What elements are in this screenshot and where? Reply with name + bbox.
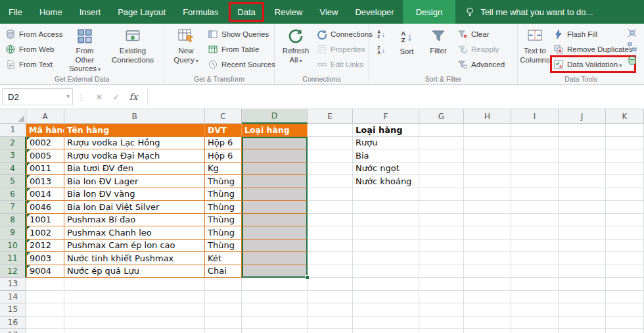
- row-header-14[interactable]: 14: [0, 291, 26, 304]
- cell-F11[interactable]: [353, 252, 419, 265]
- cell-A4[interactable]: 0011: [26, 163, 64, 176]
- cell-K10[interactable]: [606, 240, 644, 253]
- cell-E6[interactable]: [308, 188, 353, 201]
- cell-G8[interactable]: [419, 214, 464, 227]
- cell-H11[interactable]: [464, 252, 511, 265]
- cell-B7[interactable]: Bia lon Đại Việt Silver: [64, 201, 205, 214]
- cell-F2[interactable]: Rượu: [353, 137, 419, 150]
- row-header-16[interactable]: 16: [0, 317, 26, 330]
- cell-D8[interactable]: [242, 214, 308, 227]
- cell-E8[interactable]: [308, 214, 353, 227]
- cell-F9[interactable]: [353, 226, 419, 240]
- cell-K11[interactable]: [606, 252, 644, 265]
- cell-I5[interactable]: [511, 175, 559, 188]
- filter-button[interactable]: Filter: [425, 26, 452, 56]
- column-header-A[interactable]: A: [26, 109, 64, 124]
- cell-H17[interactable]: [464, 329, 511, 333]
- cell-C4[interactable]: Kg: [205, 163, 242, 176]
- row-header-8[interactable]: 8: [0, 214, 26, 227]
- cell-B1[interactable]: Tên hàng: [64, 124, 205, 137]
- from-table-button[interactable]: From Table: [206, 42, 277, 56]
- recent-sources-button[interactable]: Recent Sources: [206, 57, 277, 71]
- cell-B3[interactable]: Rượu vodka Đại Mạch: [64, 149, 205, 163]
- cell-D14[interactable]: [242, 291, 308, 304]
- cell-C14[interactable]: [205, 291, 242, 304]
- cell-C7[interactable]: Thùng: [205, 201, 242, 214]
- tab-formulas[interactable]: Formulas: [174, 0, 227, 24]
- row-header-6[interactable]: 6: [0, 188, 26, 201]
- cell-H1[interactable]: [464, 124, 511, 137]
- cell-J4[interactable]: [559, 163, 606, 176]
- cell-F5[interactable]: Nước khoáng: [353, 175, 419, 188]
- cell-E1[interactable]: [308, 124, 353, 137]
- cell-K16[interactable]: [606, 317, 644, 330]
- enter-button[interactable]: ✓: [108, 88, 125, 105]
- tab-design[interactable]: Design: [403, 0, 455, 24]
- cell-A2[interactable]: 0002: [26, 137, 64, 150]
- cell-J12[interactable]: [559, 265, 606, 278]
- data-validation-button[interactable]: Data Validation: [552, 57, 623, 71]
- clear-filter-button[interactable]: Clear: [456, 27, 506, 41]
- row-header-12[interactable]: 12: [0, 265, 26, 278]
- sort-button[interactable]: AZ↓ Sort: [393, 26, 421, 57]
- cell-F6[interactable]: [353, 188, 419, 201]
- cell-G16[interactable]: [419, 317, 464, 330]
- cell-C9[interactable]: Thùng: [205, 226, 242, 240]
- cell-D11[interactable]: [242, 252, 308, 265]
- existing-connections-button[interactable]: Existing Connections: [110, 26, 155, 64]
- cell-F12[interactable]: [353, 265, 419, 278]
- column-header-B[interactable]: B: [64, 109, 205, 124]
- cell-D2[interactable]: [242, 137, 308, 150]
- cell-A16[interactable]: [26, 317, 64, 330]
- cell-A12[interactable]: 9004: [26, 265, 64, 278]
- cell-J15[interactable]: [559, 303, 606, 317]
- cell-E2[interactable]: [308, 137, 353, 150]
- cell-D7[interactable]: [242, 201, 308, 214]
- cell-F17[interactable]: [353, 329, 419, 333]
- new-query-button[interactable]: New Query: [170, 26, 202, 64]
- cell-D6[interactable]: [242, 188, 308, 201]
- cell-I12[interactable]: [511, 265, 559, 278]
- fill-handle[interactable]: [305, 275, 310, 280]
- cell-C8[interactable]: Thùng: [205, 214, 242, 227]
- cell-E10[interactable]: [308, 240, 353, 253]
- cell-A11[interactable]: 9003: [26, 252, 64, 265]
- cell-H4[interactable]: [464, 163, 511, 176]
- cell-D10[interactable]: [242, 240, 308, 253]
- cell-C11[interactable]: Két: [205, 252, 242, 265]
- cell-H7[interactable]: [464, 201, 511, 214]
- cell-G5[interactable]: [419, 175, 464, 188]
- column-header-F[interactable]: F: [353, 109, 419, 124]
- column-header-J[interactable]: J: [559, 109, 606, 124]
- from-access-button[interactable]: From Access: [4, 27, 64, 41]
- tab-file[interactable]: File: [0, 0, 31, 24]
- cell-C16[interactable]: [205, 317, 242, 330]
- advanced-filter-button[interactable]: Advanced: [456, 57, 506, 71]
- cell-G7[interactable]: [419, 201, 464, 214]
- cell-J5[interactable]: [559, 175, 606, 188]
- column-header-H[interactable]: H: [464, 109, 511, 124]
- cell-G13[interactable]: [419, 278, 464, 291]
- name-box[interactable]: D2 ▾: [2, 88, 73, 105]
- row-header-2[interactable]: 2: [0, 137, 26, 150]
- cell-K14[interactable]: [606, 291, 644, 304]
- select-all-corner[interactable]: [0, 109, 26, 124]
- cell-K13[interactable]: [606, 278, 644, 291]
- cell-E12[interactable]: [308, 265, 353, 278]
- row-header-5[interactable]: 5: [0, 175, 26, 188]
- cell-B5[interactable]: Bia lon ĐV Lager: [64, 175, 205, 188]
- cell-J2[interactable]: [559, 137, 606, 150]
- row-header-10[interactable]: 10: [0, 240, 26, 253]
- column-header-D[interactable]: D: [242, 109, 308, 124]
- cell-G10[interactable]: [419, 240, 464, 253]
- cell-J6[interactable]: [559, 188, 606, 201]
- cell-H10[interactable]: [464, 240, 511, 253]
- cell-K6[interactable]: [606, 188, 644, 201]
- cell-B16[interactable]: [64, 317, 205, 330]
- cell-A14[interactable]: [26, 291, 64, 304]
- cell-I1[interactable]: [511, 124, 559, 137]
- remove-duplicates-button[interactable]: Remove Duplicates: [552, 42, 634, 56]
- cell-D17[interactable]: [242, 329, 308, 333]
- cell-F4[interactable]: Nước ngọt: [353, 163, 419, 176]
- cell-B14[interactable]: [64, 291, 205, 304]
